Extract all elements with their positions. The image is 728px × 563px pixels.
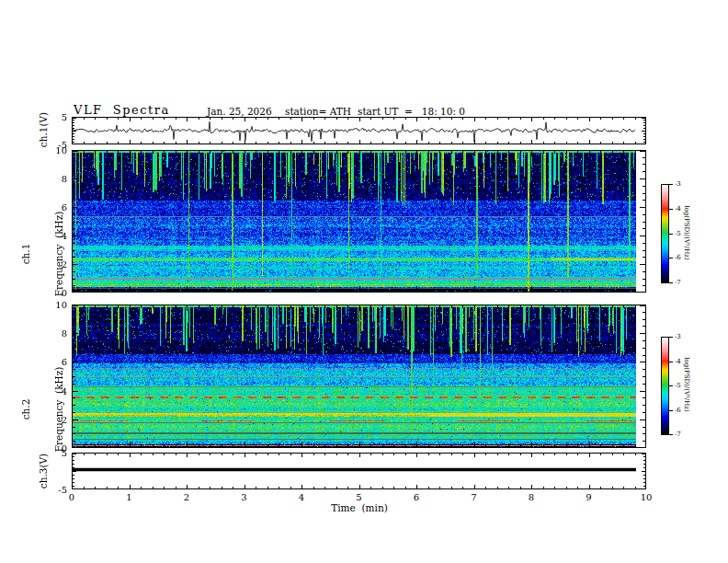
ch1-voltage-panel <box>72 117 646 144</box>
ch3-voltage-panel <box>72 453 646 489</box>
y-tick-label-ch1f: 8 <box>62 174 67 184</box>
colorbar-ch1-label: log(PSD)/(V²/Hz) <box>683 159 690 306</box>
ch2-frequency-axis-label-line2: Frequency (kHz) <box>53 317 64 501</box>
x-tick-label: 7 <box>471 492 476 502</box>
x-tick-label: 10 <box>641 492 653 502</box>
plot-station: station= ATH <box>285 106 351 117</box>
y-tick-label-ch1f: 4 <box>62 231 67 241</box>
colorbar-ch2 <box>661 337 674 435</box>
plot-start-ut: start UT = 18: 10: 0 <box>358 106 465 117</box>
x-tick-label: 4 <box>299 492 304 502</box>
ch2-frequency-axis-label-line1: ch.2 <box>20 317 31 501</box>
x-tick-label: 2 <box>184 492 189 502</box>
colorbar-tick-label: -7 <box>675 431 681 438</box>
colorbar-tick-label: -6 <box>675 254 681 261</box>
y-tick-label-ch2f: 2 <box>62 414 67 424</box>
colorbar-tick-label: -3 <box>675 180 681 188</box>
plot-title: VLF Spectra <box>74 103 170 117</box>
y-tick-label-ch2f: 6 <box>62 357 67 367</box>
ch3-voltage-axis-label: ch.3(V) <box>38 379 49 563</box>
y-tick-label-ch1f: 2 <box>62 259 67 270</box>
colorbar-tick-label: -3 <box>675 333 681 340</box>
ch1-spectrogram-panel <box>72 150 646 293</box>
x-tick-label: 5 <box>356 492 361 502</box>
colorbar-ch2-label: log(PSD)/(V²/Hz) <box>683 311 690 458</box>
vlf-spectra-screen: VLF Spectra Jan. 25, 2026 station= ATH s… <box>0 0 728 563</box>
plot-date: Jan. 25, 2026 <box>207 106 272 117</box>
y-tick-label-ch1f: 10 <box>55 145 67 155</box>
y-tick-label-ch2f: 4 <box>62 385 67 396</box>
y-tick-label-ch2f: 10 <box>55 300 67 310</box>
x-tick-label: 1 <box>126 492 131 502</box>
x-tick-label: 6 <box>414 492 419 502</box>
x-tick-label: 8 <box>529 492 534 502</box>
colorbar-tick-label: -7 <box>675 279 681 286</box>
x-axis-title: Time (min) <box>331 502 387 513</box>
y-tick-label-ch2f: 0 <box>62 443 67 454</box>
x-tick-label: 9 <box>586 492 591 502</box>
y-tick-label-ch2f: 8 <box>62 328 67 339</box>
colorbar-tick-label: -5 <box>675 230 681 237</box>
y-tick-label-ch3v: -5 <box>58 485 67 495</box>
colorbar-tick-label: -6 <box>675 407 681 414</box>
colorbar-tick-label: -5 <box>675 382 681 389</box>
x-tick-label: 0 <box>69 492 74 502</box>
colorbar-ch1 <box>661 184 674 283</box>
x-tick-label: 3 <box>241 492 246 502</box>
colorbar-tick-label: -4 <box>675 205 681 213</box>
y-tick-label-ch1f: 0 <box>62 288 67 298</box>
y-tick-label-ch1v: 5 <box>62 112 67 122</box>
y-tick-label-ch1f: 6 <box>62 202 67 213</box>
colorbar-tick-label: -4 <box>675 358 681 365</box>
ch2-spectrogram-panel <box>72 304 646 448</box>
